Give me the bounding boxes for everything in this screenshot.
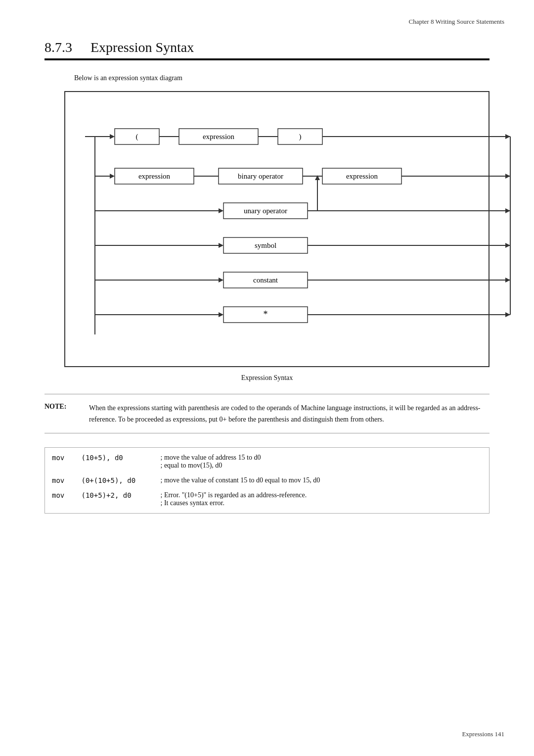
svg-marker-33	[219, 278, 223, 283]
box-expression-right: expression	[346, 172, 378, 180]
code-cmd-2: mov	[45, 473, 75, 488]
box-paren-open: (	[136, 133, 138, 141]
table-row: mov (10+5)+2, d0 ; Error. "(10+5)" is re…	[45, 488, 490, 514]
svg-marker-36	[505, 278, 510, 283]
svg-marker-11	[110, 174, 115, 179]
code-args-2: (0+(10+5), d0	[75, 473, 154, 488]
note-label: NOTE:	[44, 402, 89, 425]
svg-marker-38	[219, 312, 223, 317]
svg-marker-8	[505, 134, 510, 139]
svg-marker-41	[505, 312, 510, 317]
code-comment-2: ; move the value of constant 15 to d0 eq…	[154, 473, 490, 488]
code-cmd-1: mov	[45, 448, 75, 473]
page-footer: Expressions 141	[462, 730, 504, 738]
code-args-3: (10+5)+2, d0	[75, 488, 154, 514]
code-args-1: (10+5), d0	[75, 448, 154, 473]
box-expression-left: expression	[138, 172, 171, 180]
syntax-diagram: expression --> ) with bypass arrow on ri…	[64, 91, 490, 367]
code-cmd-3: mov	[45, 488, 75, 514]
section-title-text: Expression Syntax	[90, 40, 194, 55]
code-comment-3: ; Error. "(10+5)" is regarded as an addr…	[154, 488, 490, 514]
page-header: Chapter 8 Writing Source Statements	[409, 18, 504, 26]
diagram-caption-bottom: Expression Syntax	[44, 374, 490, 382]
box-expression-top: expression	[203, 133, 235, 141]
box-star: *	[264, 309, 268, 319]
box-binary-operator: binary operator	[238, 172, 283, 180]
table-row: mov (0+(10+5), d0 ; move the value of co…	[45, 473, 490, 488]
code-table: mov (10+5), d0 ; move the value of addre…	[44, 447, 490, 514]
diagram-svg: expression --> ) with bypass arrow on ri…	[80, 107, 525, 354]
code-comment-1: ; move the value of address 15 to d0; eq…	[154, 448, 490, 473]
svg-marker-1	[110, 134, 115, 139]
section-title: 8.7.3 Expression Syntax	[44, 40, 490, 55]
table-row: mov (10+5), d0 ; move the value of addre…	[45, 448, 490, 473]
note-block: NOTE: When the expressions starting with…	[44, 394, 490, 433]
title-rule	[44, 58, 490, 60]
box-constant: constant	[253, 276, 278, 284]
svg-marker-26	[505, 208, 510, 213]
diagram-caption-top: Below is an expression syntax diagram	[74, 74, 490, 82]
svg-marker-28	[219, 243, 223, 248]
svg-marker-20	[219, 208, 223, 213]
note-text: When the expressions starting with paren…	[89, 402, 490, 425]
box-paren-close: )	[299, 133, 302, 141]
svg-marker-18	[505, 174, 510, 179]
box-unary-operator: unary operator	[244, 207, 287, 215]
svg-marker-31	[505, 243, 510, 248]
section-number: 8.7.3	[44, 40, 72, 55]
box-symbol: symbol	[255, 241, 276, 249]
